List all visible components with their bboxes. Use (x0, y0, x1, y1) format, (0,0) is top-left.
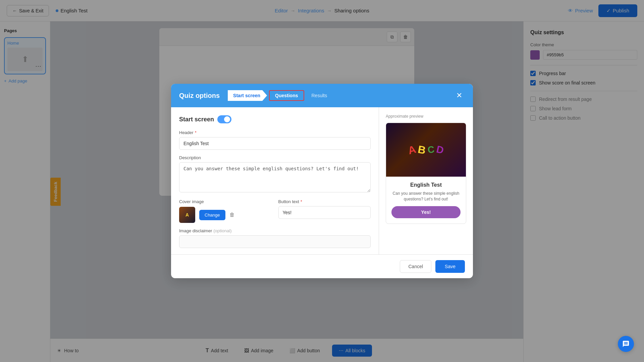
preview-quiz-title: English Test (391, 182, 461, 188)
letter-c: C (427, 144, 435, 156)
letter-b: B (417, 143, 427, 157)
letter-a: A (407, 143, 418, 157)
modal-header: Quiz options Start screen Questions Resu… (171, 84, 473, 107)
disclaimer-input[interactable] (179, 235, 371, 248)
disclaimer-section: Image disclaimer (optional) (179, 228, 371, 248)
modal-form: Start screen Header * Description Can yo… (171, 107, 379, 254)
change-image-button[interactable]: Change (199, 210, 225, 220)
quiz-options-modal: Quiz options Start screen Questions Resu… (171, 84, 473, 278)
header-field-label: Header * (179, 130, 371, 135)
modal-preview: Approximate preview A B C D English Te (379, 107, 473, 254)
form-section-heading: Start screen (179, 115, 371, 123)
cover-letter-1: A (185, 212, 189, 218)
modal-title: Quiz options (179, 92, 220, 100)
preview-label: Approximate preview (386, 114, 466, 119)
header-input[interactable] (179, 137, 371, 150)
disclaimer-optional: (optional) (213, 228, 231, 233)
preview-quiz-desc: Can you answer these simple english ques… (391, 191, 461, 202)
tab-start-screen[interactable]: Start screen (228, 90, 267, 101)
tab-pills: Start screen Questions Results (228, 90, 332, 101)
cancel-button[interactable]: Cancel (400, 260, 431, 273)
cover-image-label: Cover image (179, 199, 272, 204)
tab-questions[interactable]: Questions (269, 90, 304, 101)
chat-icon (622, 340, 630, 348)
disclaimer-label: Image disclaimer (optional) (179, 228, 371, 233)
modal-footer: Cancel Save (171, 254, 473, 278)
header-required-marker: * (195, 130, 197, 135)
chat-bubble-button[interactable] (618, 336, 634, 352)
letter-d: D (435, 143, 445, 156)
delete-image-button[interactable]: 🗑 (229, 212, 235, 218)
preview-image: A B C D (386, 123, 466, 177)
description-field-label: Description (179, 155, 371, 160)
preview-card: A B C D English Test Can you answer thes… (386, 123, 466, 224)
cover-row: A Change 🗑 (179, 207, 272, 223)
description-textarea[interactable]: Can you answer these simple english ques… (179, 162, 371, 192)
save-button[interactable]: Save (435, 260, 465, 273)
cover-image-section: Cover image A Change 🗑 (179, 199, 272, 223)
modal-close-button[interactable]: ✕ (453, 90, 465, 101)
preview-yes-button[interactable]: Yes! (391, 206, 461, 218)
form-bottom-row: Cover image A Change 🗑 Button tex (179, 199, 371, 223)
button-required-marker: * (301, 199, 302, 204)
cover-thumbnail: A (179, 207, 195, 223)
button-text-section: Button text * (278, 199, 371, 223)
modal-body: Start screen Header * Description Can yo… (171, 107, 473, 254)
button-text-label: Button text * (278, 199, 371, 204)
start-screen-toggle[interactable] (217, 115, 231, 123)
tab-results[interactable]: Results (305, 90, 333, 101)
preview-content: English Test Can you answer these simple… (386, 177, 466, 224)
modal-overlay: Quiz options Start screen Questions Resu… (0, 0, 644, 362)
preview-letters: A B C D (408, 144, 444, 156)
button-text-input[interactable] (278, 206, 371, 219)
